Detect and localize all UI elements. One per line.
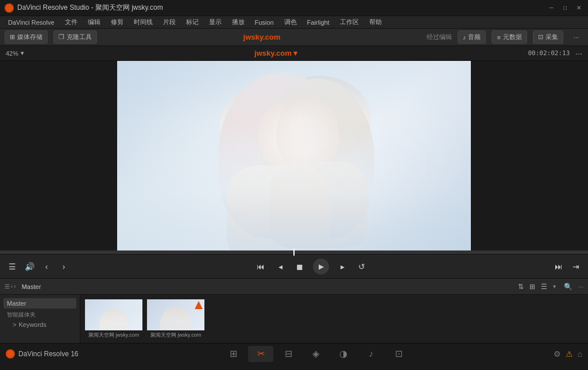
video-fog-overlay (117, 61, 471, 250)
media-thumbnail-2[interactable]: 聚闻天空网 jwsky.com (147, 299, 204, 338)
nav-controls: ☰ ‹ › (5, 283, 16, 290)
menu-view[interactable]: 显示 (204, 17, 226, 28)
timecode-display: 00:02:02:13 (528, 49, 570, 57)
sort-icon[interactable]: ⇅ (518, 283, 524, 291)
more-options-button[interactable]: ··· (569, 32, 583, 43)
warning-button[interactable]: ⚠ (566, 349, 573, 359)
thumbnail-image-1 (85, 299, 142, 330)
go-to-end-button[interactable]: ⏭ (552, 260, 565, 273)
view-mode-button[interactable]: ☰ (6, 260, 18, 273)
grid-view-icon[interactable]: ⊞ (529, 283, 535, 291)
media-pool-area: ☰ ‹ › Master ⇅ ⊞ ☰ ▾ 🔍 ··· Master (0, 278, 588, 343)
panel-mode-btn[interactable]: ☰ (5, 283, 10, 290)
fusion-tab-icon: ◈ (312, 348, 319, 359)
menu-color[interactable]: 调色 (280, 17, 301, 28)
preview-site-label[interactable]: jwsky.com ▾ (254, 49, 297, 57)
dock-tab-fairlight[interactable]: ♪ (358, 346, 384, 362)
davinci-logo (5, 3, 14, 13)
edited-status: 经过编辑 (427, 33, 452, 41)
close-button[interactable]: ✕ (574, 3, 583, 13)
folder-name-label: Master (22, 283, 41, 290)
go-to-start-button[interactable]: ⏮ (254, 260, 267, 273)
menu-playback[interactable]: 播放 (227, 17, 249, 28)
pool-more-button[interactable]: ··· (578, 283, 583, 290)
media-storage-button[interactable]: ⊞ 媒体存储 (5, 30, 48, 44)
transport-left: ☰ 🔊 ‹ › (6, 260, 70, 273)
menu-help[interactable]: 帮助 (365, 17, 386, 28)
menu-fusion[interactable]: Fusion (250, 18, 278, 27)
panel-nav-next[interactable]: › (14, 283, 16, 290)
playhead[interactable] (293, 249, 295, 256)
stop-button[interactable]: ◼ (293, 260, 306, 273)
preview-zoom-control[interactable]: 42% ▾ (6, 49, 24, 57)
dock-tab-deliver[interactable]: ⊡ (386, 346, 411, 362)
dock-app-name: DaVinci Resolve 16 (18, 350, 79, 358)
menu-edit[interactable]: 编辑 (83, 17, 105, 28)
size-dropdown-icon[interactable]: ▾ (553, 283, 556, 290)
title-bar: DaVinci Resolve Studio - 聚闻天空网 jwsky.com… (0, 0, 588, 16)
prev-frame-button[interactable]: ◂ (274, 260, 287, 273)
clone-tool-button[interactable]: ❐ 克隆工具 (53, 30, 97, 44)
dock-tab-color[interactable]: ◑ (331, 346, 356, 362)
list-view-icon[interactable]: ☰ (541, 283, 547, 291)
video-scene (117, 61, 471, 250)
metadata-button[interactable]: ≡ 元数据 (492, 30, 527, 44)
dock-tab-cut[interactable]: ✂ (248, 346, 273, 362)
menu-trim[interactable]: 修剪 (106, 17, 128, 28)
preview-site-name: jwsky.com (254, 49, 292, 57)
minimize-button[interactable]: ─ (547, 3, 556, 13)
preview-topbar: 42% ▾ jwsky.com ▾ 00:02:02:13 ··· (0, 46, 588, 61)
settings-button[interactable]: ⚙ (554, 349, 561, 359)
menu-fairlight[interactable]: Fairlight (303, 18, 334, 27)
window-controls[interactable]: ─ □ ✕ (547, 3, 583, 13)
dock-tab-fusion[interactable]: ◈ (303, 346, 328, 362)
transport-right: ⏭ ⇥ (552, 260, 582, 273)
fairlight-tab-icon: ♪ (369, 349, 373, 359)
search-icon[interactable]: 🔍 (564, 283, 572, 291)
sidebar-master-folder[interactable]: Master (3, 298, 76, 309)
media-thumbnail-1[interactable]: 聚闻天空网 jwsky.com (85, 299, 142, 338)
nav-next-button[interactable]: › (57, 260, 70, 273)
thumbnail-label-2: 聚闻天空网 jwsky.com (147, 332, 204, 338)
home-button[interactable]: ⌂ (578, 349, 582, 359)
audio-button[interactable]: ♪ 音频 (458, 30, 486, 44)
dock-right-controls: ⚙ ⚠ ⌂ (554, 349, 582, 359)
menu-workspace[interactable]: 工作区 (335, 17, 363, 28)
zoom-value: 42% (6, 50, 18, 57)
menu-clip[interactable]: 片段 (158, 17, 180, 28)
media-pool-nav: ☰ ‹ › Master (5, 283, 41, 290)
dock-tab-edit[interactable]: ⊟ (276, 346, 301, 362)
preview-more-button[interactable]: ··· (575, 49, 582, 58)
dock-logo (6, 349, 15, 359)
keywords-item[interactable]: > Keywords (3, 320, 76, 329)
media-pool-main: ☰ ‹ › Master ⇅ ⊞ ☰ ▾ 🔍 ··· Master (0, 279, 588, 343)
toolbar-site-label: jwsky.com (103, 33, 421, 41)
menu-timeline[interactable]: 时间线 (129, 17, 157, 28)
toolbar-right: 经过编辑 ♪ 音频 ≡ 元数据 ⊡ 采集 ··· (427, 30, 583, 44)
menu-mark[interactable]: 标记 (181, 17, 203, 28)
nav-prev-button[interactable]: ‹ (40, 260, 53, 273)
loop-button[interactable]: ↺ (355, 260, 368, 273)
music-icon: ♪ (463, 34, 466, 41)
next-frame-button[interactable]: ▸ (336, 260, 349, 273)
play-button[interactable]: ▶ (313, 259, 329, 275)
media-pool-view-controls: ⇅ ⊞ ☰ ▾ 🔍 ··· (518, 283, 583, 291)
cut-tab-icon: ✂ (257, 348, 265, 359)
scrubber-bar[interactable] (0, 250, 588, 254)
menu-file[interactable]: 文件 (60, 17, 82, 28)
panel-nav-prev[interactable]: ‹ (11, 283, 13, 290)
mark-in-button[interactable]: ⇥ (570, 260, 582, 273)
menu-bar: DaVinci Resolve 文件 编辑 修剪 时间线 片段 标记 显示 播放… (0, 16, 588, 29)
maximize-button[interactable]: □ (560, 3, 570, 13)
bottom-dock: DaVinci Resolve 16 ⊞ ✂ ⊟ ◈ ◑ ♪ ⊡ ⚙ ⚠ ⌂ (0, 343, 588, 364)
media-pool-topbar: ☰ ‹ › Master ⇅ ⊞ ☰ ▾ 🔍 ··· (0, 279, 588, 295)
metadata-icon: ≡ (497, 34, 500, 41)
menu-davinci[interactable]: DaVinci Resolve (3, 18, 59, 27)
dock-tab-media[interactable]: ⊞ (220, 346, 246, 362)
thumbnail-image-2 (147, 299, 204, 330)
media-storage-icon: ⊞ (10, 33, 15, 41)
media-pool-body: Master 智能媒体夹 > Keywords (0, 295, 588, 343)
title-bar-text: DaVinci Resolve Studio - 聚闻天空网 jwsky.com (17, 3, 163, 13)
audio-monitor-button[interactable]: 🔊 (23, 260, 36, 273)
capture-button[interactable]: ⊡ 采集 (533, 30, 563, 44)
